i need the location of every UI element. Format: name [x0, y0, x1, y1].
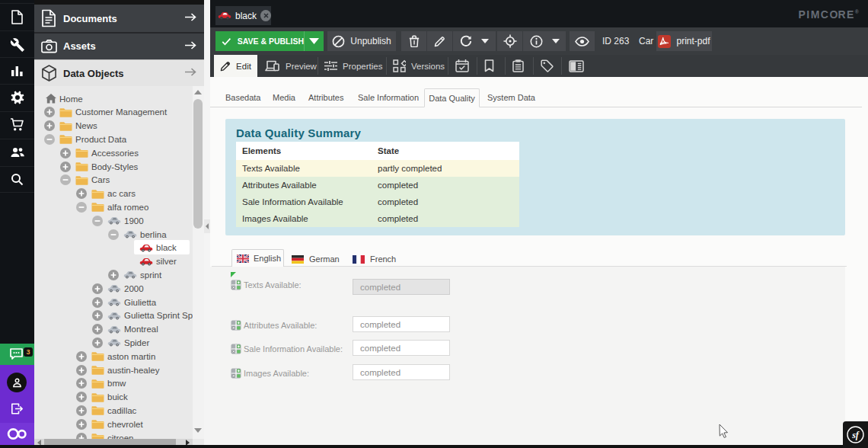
svg-text:sf: sf: [851, 430, 860, 440]
